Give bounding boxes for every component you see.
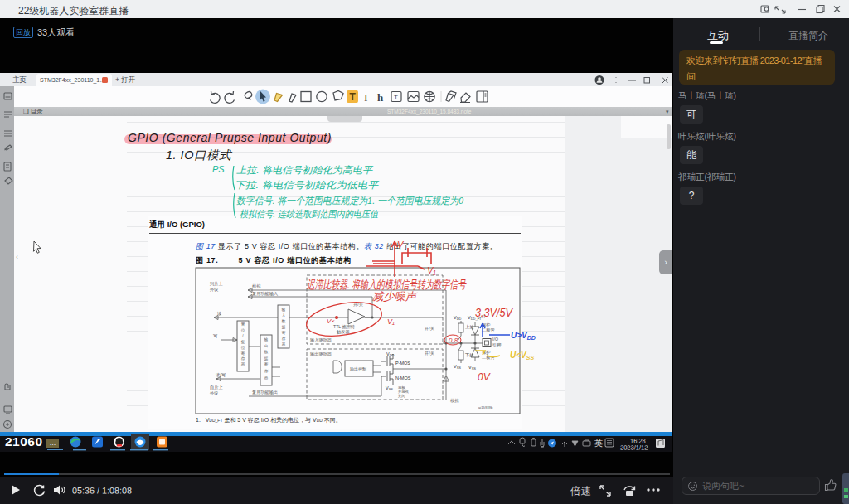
- svg-text:ai15939b: ai15939b: [478, 405, 493, 410]
- svg-text:上拉: 上拉: [465, 324, 474, 329]
- svg-text:U<VSS: U<VSS: [510, 351, 534, 361]
- svg-text:V₁: V₁: [387, 317, 395, 326]
- svg-text:开/关: 开/关: [424, 351, 434, 356]
- svg-text:模拟信号. 连续选取到范围内的电压值: 模拟信号. 连续选取到范围内的电压值: [240, 209, 379, 219]
- svg-text:关闭: 关闭: [398, 394, 405, 399]
- svg-text:下拉. 将电信号初始化为低电平: 下拉. 将电信号初始化为低电平: [235, 180, 380, 190]
- svg-text:T: T: [350, 91, 357, 103]
- svg-text:T: T: [394, 94, 398, 101]
- svg-text:V: V: [397, 240, 405, 250]
- svg-text:读/写: 读/写: [216, 372, 226, 377]
- svg-text:下拉: 下拉: [465, 352, 474, 357]
- svg-text:V×: V×: [327, 317, 335, 325]
- svg-text:输出控制: 输出控制: [350, 366, 366, 372]
- svg-text:VDD: VDD: [454, 315, 462, 321]
- svg-text:上拉. 将电信号初始化为高电平: 上拉. 将电信号初始化为高电平: [236, 165, 374, 175]
- svg-text:3.3V/5V: 3.3V/5V: [475, 305, 514, 319]
- svg-text:模拟: 模拟: [252, 284, 261, 288]
- svg-text:VDD: VDD: [386, 351, 395, 357]
- svg-text:迟滞比较器. 将输入的模拟信号转为数字信号: 迟滞比较器. 将输入的模拟信号转为数字信号: [307, 278, 467, 291]
- svg-text:引脚: 引脚: [492, 342, 501, 348]
- svg-text:写: 写: [213, 333, 217, 338]
- svg-text:h: h: [377, 91, 384, 104]
- svg-text:置位/复位寄存器: 置位/复位寄存器: [240, 322, 245, 366]
- svg-text:到片上: 到片上: [210, 281, 223, 287]
- svg-text:P-MOS: P-MOS: [395, 361, 410, 366]
- svg-text:外设: 外设: [210, 390, 218, 395]
- svg-text:V₁: V₁: [427, 265, 436, 275]
- svg-text:输出驱动器: 输出驱动器: [310, 351, 332, 357]
- svg-text:05:36 / 1:08:08: 05:36 / 1:08:08: [72, 485, 132, 495]
- svg-text:英: 英: [594, 439, 603, 448]
- svg-text:2023/1/12: 2023/1/12: [620, 444, 648, 452]
- svg-text:复用功能输出: 复用功能输出: [252, 390, 278, 395]
- svg-text:PS: PS: [212, 164, 225, 174]
- svg-text:0,8: 0,8: [449, 337, 458, 344]
- svg-text:读: 读: [217, 311, 221, 316]
- svg-text:U>VDD: U>VDD: [511, 331, 536, 341]
- svg-text:数字信号. 将一个范围电压规定为1. 一个范围电压规定为0: 数字信号. 将一个范围电压规定为1. 一个范围电压规定为0: [236, 196, 464, 206]
- svg-text:模拟: 模拟: [450, 398, 459, 403]
- svg-text:VSS: VSS: [468, 365, 476, 371]
- svg-text:I/O: I/O: [492, 337, 498, 342]
- svg-text:VSS: VSS: [454, 364, 461, 370]
- svg-text:I: I: [364, 91, 368, 104]
- svg-text:输入数据寄存器: 输入数据寄存器: [281, 308, 286, 346]
- svg-text:输入驱动器: 输入驱动器: [310, 337, 332, 343]
- svg-text:二极管: 二极管: [482, 327, 495, 333]
- svg-text:自片上: 自片上: [210, 385, 223, 390]
- svg-text:开/关: 开/关: [424, 326, 434, 331]
- svg-text:0V: 0V: [478, 371, 491, 383]
- svg-text:VSS: VSS: [386, 385, 393, 391]
- svg-text:复用功能输入: 复用功能输入: [252, 291, 278, 297]
- svg-text:倍速: 倍速: [570, 485, 591, 497]
- svg-text:N-MOS: N-MOS: [395, 376, 411, 380]
- svg-text:减少噪声: 减少噪声: [372, 290, 418, 303]
- svg-text:外设: 外设: [210, 287, 218, 292]
